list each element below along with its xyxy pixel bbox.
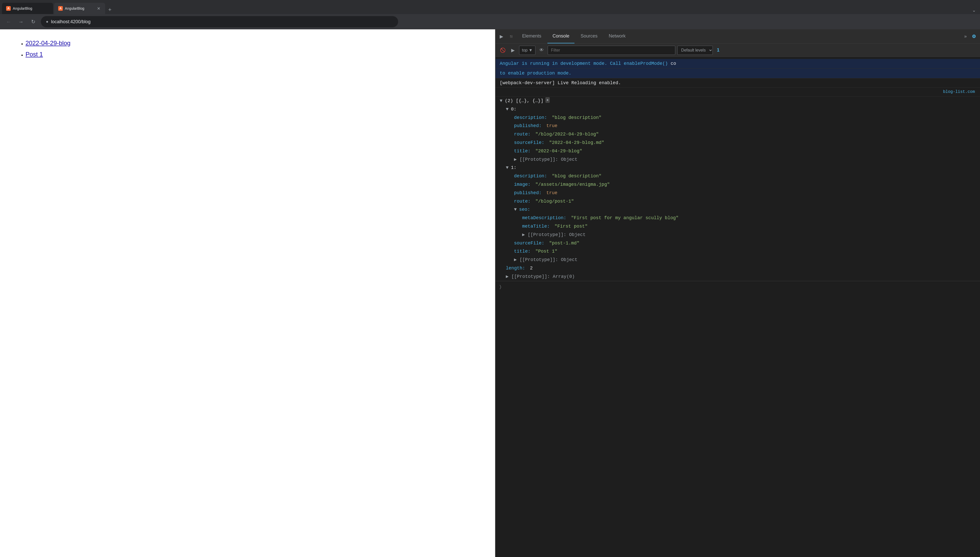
url-text: localhost:4200/blog <box>51 19 393 24</box>
console-filter-input[interactable] <box>548 46 675 55</box>
item0-expand[interactable]: ▼ <box>506 106 510 113</box>
item1-desc-key: description: <box>514 173 547 180</box>
item1-img-key: image: <box>514 181 531 188</box>
item1-metatitle-key: metaTitle: <box>522 223 550 230</box>
array-header-text: (2) [{…}, {…}] <box>505 97 543 104</box>
console-webpack-text: [webpack-dev-server] Live Reloading enab… <box>500 79 976 87</box>
length-val: 2 <box>530 265 532 272</box>
item1-seo-header[interactable]: ▼ seo: <box>496 205 980 214</box>
length-key: length: <box>506 265 525 272</box>
devtools-panel: ▶ ◾ Elements Console Sources Network » ⚙… <box>495 29 980 557</box>
item1-seo-proto-text: ▶ [[Prototype]]: Object <box>522 231 586 239</box>
devtools-close-icon[interactable]: 1 <box>717 47 720 53</box>
tab-elements[interactable]: Elements <box>517 29 546 43</box>
item0-header: ▼ 0: <box>496 105 980 114</box>
array-expand-arrow[interactable]: ▼ <box>500 97 504 104</box>
console-output: Angular is running in development mode. … <box>496 57 980 557</box>
item1-metatitle-val: "First post" <box>555 223 588 230</box>
array-length: length: 2 <box>496 264 980 272</box>
item1-route-val: "/blog/post-1" <box>536 198 574 205</box>
blog-link-1[interactable]: 2022-04-29-blog <box>26 39 70 46</box>
tab-1-title: AngularBlog <box>13 7 49 10</box>
eye-icon[interactable]: 👁 <box>537 46 545 54</box>
item0-description: description: "blog description" <box>496 114 980 122</box>
source-link-text[interactable]: blog-list.com <box>943 89 975 95</box>
item0-route-key: route: <box>514 130 531 138</box>
item0-proto-text: ▶ [[Prototype]]: Object <box>514 156 577 163</box>
prototype-array[interactable]: ▶ [[Prototype]]: Array(0) <box>496 272 980 281</box>
context-dropdown-arrow: ▼ <box>529 48 532 52</box>
item0-index: 0: <box>511 106 516 113</box>
inspect-icon[interactable]: ▶ <box>498 33 505 40</box>
console-source-link: blog-list.com <box>496 88 980 97</box>
device-icon[interactable]: ◾ <box>506 33 516 40</box>
item0-sourcefile: sourceFile: "2022-04-29-blog.md" <box>496 138 980 147</box>
tab-2[interactable]: A AngularBlog ✕ <box>54 3 105 14</box>
forward-button[interactable]: → <box>16 17 26 26</box>
item0-prototype[interactable]: ▶ [[Prototype]]: Object <box>496 155 980 164</box>
main-layout: 2022-04-29-blog Post 1 ▶ ◾ Elements Cons… <box>0 29 980 557</box>
item1-desc-val: "blog description" <box>552 173 601 180</box>
item1-expand[interactable]: ▼ <box>506 164 510 171</box>
tab-network[interactable]: Network <box>604 29 631 43</box>
item0-desc-val: "blog description" <box>552 114 601 121</box>
new-tab-button[interactable]: + <box>106 5 114 14</box>
devtools-more-button[interactable]: » <box>962 33 969 40</box>
toggle-filter-button[interactable]: ▶ <box>509 46 517 54</box>
back-button[interactable]: ← <box>4 17 13 26</box>
item1-title: title: "Post 1" <box>496 247 980 256</box>
item1-sf-key: sourceFile: <box>514 239 544 247</box>
item0-sf-val: "2022-04-29-blog.md" <box>549 139 604 147</box>
page-content: 2022-04-29-blog Post 1 <box>0 29 495 557</box>
list-item-2: Post 1 <box>26 51 480 58</box>
address-bar[interactable]: ● localhost:4200/blog <box>41 16 398 27</box>
item1-seo-prototype[interactable]: ▶ [[Prototype]]: Object <box>496 231 980 239</box>
item1-title-key: title: <box>514 248 531 255</box>
console-angular-text-2: to enable production mode. <box>500 70 976 77</box>
tab-sources[interactable]: Sources <box>576 29 602 43</box>
clear-console-button[interactable]: 🚫 <box>499 46 507 54</box>
item1-route: route: "/blog/post-1" <box>496 197 980 206</box>
tab-console[interactable]: Console <box>547 29 575 43</box>
devtools-settings-icon[interactable]: ⚙ <box>970 33 978 40</box>
item0-desc-key: description: <box>514 114 547 121</box>
tab-2-close-button[interactable]: ✕ <box>96 6 101 11</box>
blog-link-2[interactable]: Post 1 <box>26 51 43 58</box>
item1-sourcefile: sourceFile: "post-1.md" <box>496 239 980 248</box>
item1-published: published: true <box>496 189 980 197</box>
item0-title-key: title: <box>514 148 531 155</box>
tab-1-favicon: A <box>6 6 11 11</box>
console-prompt-icon: 〉 <box>500 283 501 291</box>
item0-route: route: "/blog/2022-04-29-blog" <box>496 130 980 138</box>
context-selector[interactable]: top ▼ <box>519 46 536 55</box>
item1-seo-metatitle: metaTitle: "First post" <box>496 222 980 231</box>
console-webpack-message: [webpack-dev-server] Live Reloading enab… <box>496 78 980 88</box>
item1-prototype[interactable]: ▶ [[Prototype]]: Object <box>496 256 980 264</box>
context-value: top <box>522 48 527 52</box>
tab-2-favicon: A <box>58 6 63 11</box>
item1-img-val: "/assets/images/enigma.jpg" <box>536 181 610 188</box>
proto-array-text: ▶ [[Prototype]]: Array(0) <box>506 273 575 280</box>
item1-proto-text: ▶ [[Prototype]]: Object <box>514 256 577 264</box>
reload-button[interactable]: ↻ <box>29 17 38 26</box>
log-levels-selector[interactable]: Default levels <box>677 46 713 55</box>
secure-icon: ● <box>46 20 49 24</box>
console-array-header[interactable]: ▼ (2) [{…}, {…}] ● <box>496 97 980 105</box>
item1-metadesc-val: "First post for my angular scully blog" <box>571 214 679 222</box>
item0-route-val: "/blog/2022-04-29-blog" <box>536 130 599 138</box>
item1-route-key: route: <box>514 198 531 205</box>
item1-pub-key: published: <box>514 189 542 197</box>
tab-overflow-button[interactable]: ⌄ <box>970 7 978 14</box>
console-input-area: 〉 <box>496 281 980 293</box>
item1-pub-val: true <box>546 189 557 197</box>
item0-pub-val: true <box>546 122 557 130</box>
item1-seo-metadesc: metaDescription: "First post for my angu… <box>496 214 980 222</box>
tab-1[interactable]: A AngularBlog <box>2 3 53 14</box>
angular-msg-2: to enable production mode. <box>500 71 571 76</box>
seo-expand-arrow[interactable]: ▼ <box>514 206 518 213</box>
console-toolbar: 🚫 ▶ top ▼ 👁 Default levels 1 <box>496 44 980 57</box>
item1-sf-val: "post-1.md" <box>549 239 580 247</box>
item1-title-val: "Post 1" <box>536 248 557 255</box>
devtools-tab-bar: ▶ ◾ Elements Console Sources Network » ⚙ <box>496 29 980 44</box>
tab-2-title: AngularBlog <box>65 7 94 10</box>
